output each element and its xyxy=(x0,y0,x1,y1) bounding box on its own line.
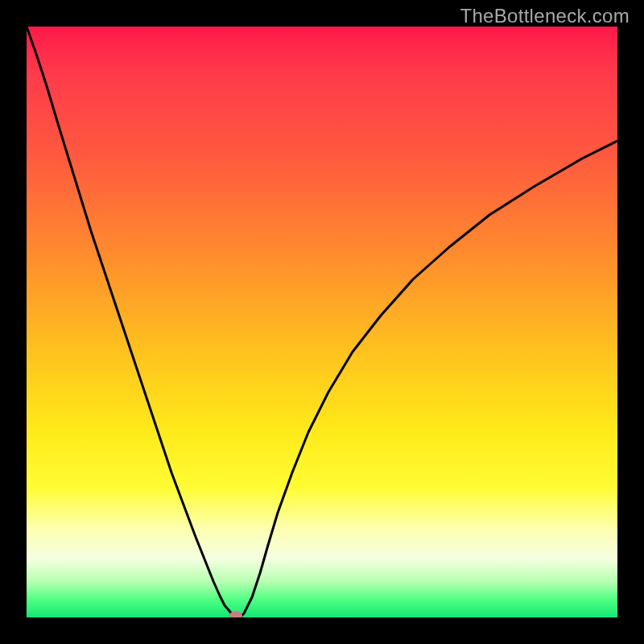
attribution-text: TheBottleneck.com xyxy=(460,5,630,27)
chart-frame: TheBottleneck.com xyxy=(0,0,644,644)
plot-area xyxy=(27,27,617,617)
bottleneck-curve xyxy=(27,27,617,617)
curve-layer xyxy=(27,27,617,617)
